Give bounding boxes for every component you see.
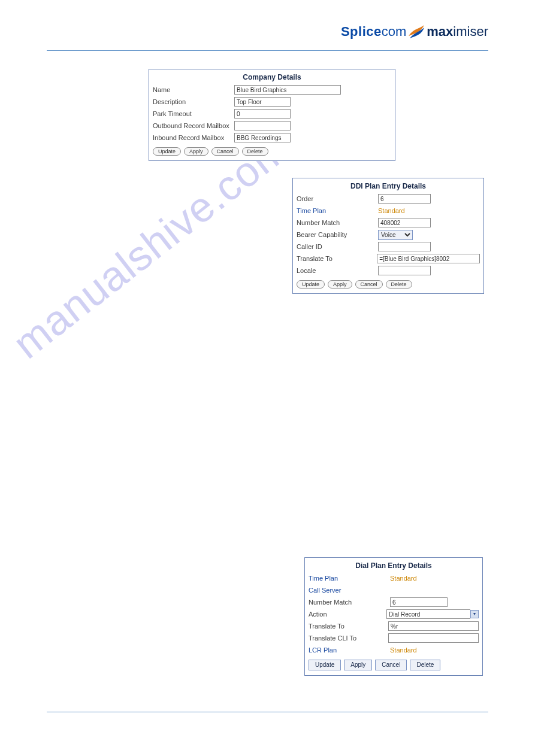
dial-number-match-label: Number Match xyxy=(309,599,390,606)
logo-text-imiser: imiser xyxy=(453,24,488,40)
company-apply-button[interactable]: Apply xyxy=(184,147,208,156)
ddi-delete-button[interactable]: Delete xyxy=(386,280,412,289)
company-delete-button[interactable]: Delete xyxy=(242,147,268,156)
inbound-record-mailbox-input[interactable] xyxy=(234,133,291,142)
dial-update-button[interactable]: Update xyxy=(309,660,341,670)
name-label: Name xyxy=(153,86,234,93)
dial-translate-cli-to-label: Translate CLI To xyxy=(309,634,388,642)
ddi-caller-id-label: Caller ID xyxy=(297,243,378,250)
company-cancel-button[interactable]: Cancel xyxy=(211,147,239,156)
ddi-apply-button[interactable]: Apply xyxy=(328,280,352,289)
ddi-locale-input[interactable] xyxy=(378,266,431,275)
description-input[interactable] xyxy=(234,97,291,107)
dial-lcr-plan-value[interactable]: Standard xyxy=(390,646,417,654)
dial-time-plan-label[interactable]: Time Plan xyxy=(309,575,390,582)
dial-translate-to-input[interactable] xyxy=(388,621,479,631)
dial-translate-cli-to-input[interactable] xyxy=(388,633,479,643)
ddi-translate-to-label: Translate To xyxy=(297,255,377,262)
ddi-cancel-button[interactable]: Cancel xyxy=(355,280,383,289)
company-details-panel: Company Details Name Description Park Ti… xyxy=(149,69,395,161)
ddi-update-button[interactable]: Update xyxy=(297,280,325,289)
dial-plan-entry-panel: Dial Plan Entry Details Time Plan Standa… xyxy=(304,557,483,676)
ddi-bearer-capability-select[interactable]: Voice xyxy=(378,230,413,240)
park-timeout-input[interactable] xyxy=(234,109,291,119)
outbound-record-mailbox-label: Outbound Record Mailbox xyxy=(153,122,234,129)
ddi-locale-label: Locale xyxy=(297,267,378,274)
ddi-plan-entry-panel: DDI Plan Entry Details Order Time Plan S… xyxy=(292,178,484,294)
name-input[interactable] xyxy=(234,85,341,95)
dial-call-server-label[interactable]: Call Server xyxy=(309,587,390,594)
ddi-time-plan-value[interactable]: Standard xyxy=(378,207,405,214)
logo-text-max: max xyxy=(427,24,453,40)
page-header: Splice com max imiser xyxy=(47,24,488,51)
ddi-order-input[interactable] xyxy=(378,194,431,204)
dial-plan-entry-title: Dial Plan Entry Details xyxy=(309,560,479,572)
company-details-title: Company Details xyxy=(153,72,391,84)
dial-action-label: Action xyxy=(309,611,386,618)
logo: Splice com max imiser xyxy=(341,24,488,40)
ddi-time-plan-label[interactable]: Time Plan xyxy=(297,207,378,214)
dial-time-plan-value[interactable]: Standard xyxy=(390,575,417,582)
ddi-translate-to-input[interactable] xyxy=(377,254,480,263)
ddi-number-match-input[interactable] xyxy=(378,218,431,227)
park-timeout-label: Park Timeout xyxy=(153,110,234,117)
inbound-record-mailbox-label: Inbound Record Mailbox xyxy=(153,134,234,141)
dial-apply-button[interactable]: Apply xyxy=(344,660,372,670)
ddi-number-match-label: Number Match xyxy=(297,219,378,226)
footer-divider xyxy=(47,712,488,712)
dial-cancel-button[interactable]: Cancel xyxy=(375,660,407,670)
company-update-button[interactable]: Update xyxy=(153,147,181,156)
logo-text-splice: Splice xyxy=(341,24,382,40)
logo-text-com: com xyxy=(382,24,407,40)
dial-lcr-plan-label[interactable]: LCR Plan xyxy=(309,646,390,654)
dial-translate-to-label: Translate To xyxy=(309,623,388,630)
dial-number-match-input[interactable] xyxy=(390,597,448,607)
outbound-record-mailbox-input[interactable] xyxy=(234,121,291,130)
swoosh-icon xyxy=(407,24,425,40)
ddi-bearer-capability-label: Bearer Capability xyxy=(297,231,378,238)
ddi-order-label: Order xyxy=(297,195,378,202)
dial-delete-button[interactable]: Delete xyxy=(410,660,440,670)
ddi-caller-id-input[interactable] xyxy=(378,242,431,251)
description-label: Description xyxy=(153,98,234,105)
dial-action-select-value[interactable] xyxy=(386,609,470,619)
chevron-down-icon[interactable]: ▾ xyxy=(470,610,479,618)
ddi-plan-entry-title: DDI Plan Entry Details xyxy=(297,181,480,193)
